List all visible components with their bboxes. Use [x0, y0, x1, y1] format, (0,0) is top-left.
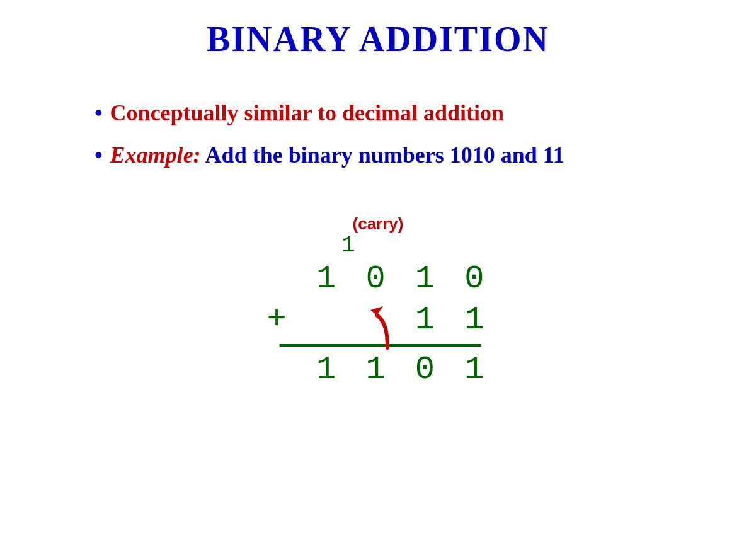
- bullet-dot-icon: •: [94, 98, 103, 129]
- bullet-2-text: Add the binary numbers 1010 and 11: [201, 142, 564, 168]
- bullet-dot-icon: •: [94, 140, 103, 171]
- carry-row: 1: [267, 233, 490, 258]
- sum-rule-line: [280, 344, 481, 347]
- bullet-1: • Conceptually similar to decimal additi…: [94, 98, 699, 129]
- slide-title: BINARY ADDITION: [0, 19, 756, 59]
- bullet-2-label: Example:: [110, 142, 201, 168]
- bullet-2: • Example: Add the binary numbers 1010 a…: [94, 140, 699, 171]
- bullet-1-text: Conceptually similar to decimal addition: [110, 98, 504, 129]
- sum-row: 1 1 0 1: [267, 349, 490, 390]
- bullet-list: • Conceptually similar to decimal additi…: [94, 98, 699, 181]
- addend-2: + 1 1: [267, 299, 490, 340]
- addend-1: 1 0 1 0: [267, 258, 490, 299]
- carry-label: (carry): [0, 214, 756, 234]
- addition-columns: 1 1 0 1 0 + 1 1 1 1 0 1: [267, 233, 490, 390]
- slide: BINARY ADDITION • Conceptually similar t…: [0, 0, 756, 535]
